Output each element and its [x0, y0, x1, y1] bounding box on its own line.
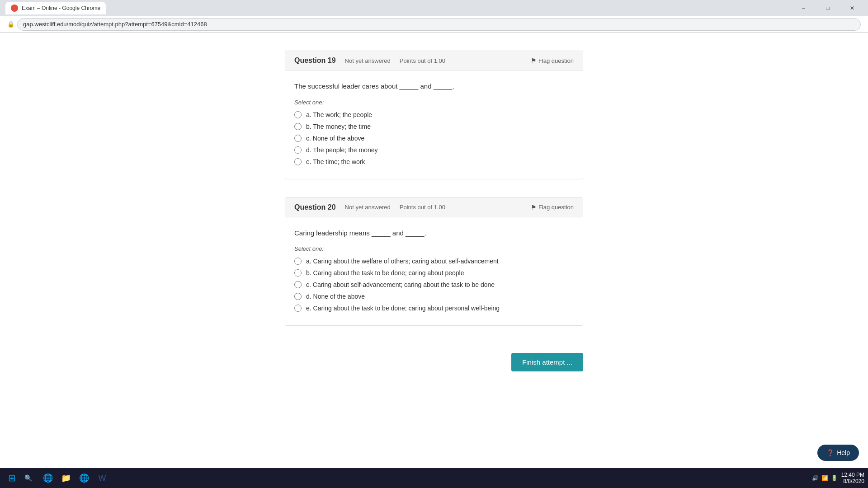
bottom-bar: Finish attempt ...	[285, 344, 583, 389]
taskbar-apps: 🌐 📁 🌐 W	[40, 470, 110, 486]
question-20-label-c[interactable]: c. Caring about self-advancement; caring…	[306, 281, 495, 288]
search-icon: 🔍	[24, 474, 32, 482]
question-19-block: Question 19 Not yet answered Points out …	[285, 51, 583, 179]
question-19-label-b[interactable]: b. The money; the time	[306, 123, 371, 130]
start-button[interactable]: ⊞	[4, 470, 20, 486]
question-20-radio-d[interactable]	[294, 293, 302, 300]
question-20-flag[interactable]: ⚑ Flag question	[531, 204, 574, 211]
help-button[interactable]: ❓ Help	[817, 445, 859, 461]
battery-icon: 🔋	[831, 475, 838, 481]
windows-icon: ⊞	[8, 473, 16, 483]
quiz-container: Question 19 Not yet answered Points out …	[276, 33, 592, 426]
taskbar-right: 🔊 📶 🔋 12:40 PM 8/8/2020	[812, 472, 864, 484]
help-circle-icon: ❓	[826, 449, 834, 456]
question-19-option-c: c. None of the above	[294, 135, 574, 142]
question-19-label-c[interactable]: c. None of the above	[306, 135, 364, 142]
chrome-window: Exam – Online - Google Chrome − □ ✕ 🔒 Qu…	[0, 0, 868, 488]
maximize-button[interactable]: □	[817, 2, 838, 14]
taskbar-ie-app[interactable]: 🌐	[40, 470, 56, 486]
flag-icon-19: ⚑	[531, 57, 537, 64]
taskbar-word-app[interactable]: W	[94, 470, 110, 486]
question-20-points: Points out of 1.00	[400, 204, 445, 211]
window-controls: − □ ✕	[793, 2, 863, 14]
question-19-label-e[interactable]: e. The time; the work	[306, 158, 365, 165]
question-19-status: Not yet answered	[345, 57, 391, 64]
question-20-label-b[interactable]: b. Caring about the task to be done; car…	[306, 269, 464, 277]
address-bar: 🔒	[0, 16, 868, 33]
close-button[interactable]: ✕	[842, 2, 863, 14]
flag-icon-20: ⚑	[531, 204, 537, 211]
question-19-option-b: b. The money; the time	[294, 123, 574, 130]
question-19-number: Question 19	[294, 56, 336, 65]
question-20-body: Caring leadership means _____ and _____.…	[285, 217, 583, 326]
wifi-icon: 📶	[821, 475, 828, 481]
question-20-radio-e[interactable]	[294, 305, 302, 312]
question-19-option-a: a. The work; the people	[294, 111, 574, 118]
question-20-label-e[interactable]: e. Caring about the task to be done; car…	[306, 305, 500, 312]
question-19-radio-a[interactable]	[294, 111, 302, 118]
question-20-status: Not yet answered	[345, 204, 391, 211]
taskbar-explorer-app[interactable]: 📁	[58, 470, 74, 486]
question-20-radio-b[interactable]	[294, 269, 302, 277]
taskbar-date-display: 8/8/2020	[841, 478, 864, 484]
flag-label-19: Flag question	[538, 57, 574, 64]
question-19-label-a[interactable]: a. The work; the people	[306, 111, 372, 118]
lock-icon: 🔒	[7, 21, 14, 28]
tab-favicon	[11, 5, 18, 12]
taskbar-search-button[interactable]: 🔍	[20, 470, 36, 486]
question-19-flag[interactable]: ⚑ Flag question	[531, 57, 574, 64]
question-20-option-a: a. Caring about the welfare of others; c…	[294, 258, 574, 265]
question-20-header: Question 20 Not yet answered Points out …	[285, 198, 583, 217]
question-19-radio-e[interactable]	[294, 158, 302, 165]
taskbar-clock: 12:40 PM 8/8/2020	[841, 472, 864, 484]
question-20-text: Caring leadership means _____ and _____.	[294, 228, 574, 239]
question-19-label-d[interactable]: d. The people; the money	[306, 146, 378, 154]
question-19-points: Points out of 1.00	[400, 57, 445, 64]
help-label: Help	[837, 449, 850, 456]
question-19-body: The successful leader cares about _____ …	[285, 70, 583, 179]
taskbar-time-display: 12:40 PM	[841, 472, 864, 478]
question-20-block: Question 20 Not yet answered Points out …	[285, 197, 583, 326]
minimize-button[interactable]: −	[793, 2, 814, 14]
question-20-number: Question 20	[294, 203, 336, 211]
question-19-option-d: d. The people; the money	[294, 146, 574, 154]
question-19-radio-d[interactable]	[294, 146, 302, 154]
question-19-radio-c[interactable]	[294, 135, 302, 142]
page-content: Question 19 Not yet answered Points out …	[0, 33, 868, 468]
tab-title: Exam – Online - Google Chrome	[22, 5, 100, 11]
question-20-label-d[interactable]: d. None of the above	[306, 293, 365, 300]
taskbar: ⊞ 🔍 🌐 📁 🌐 W 🔊 📶 🔋 12:40 PM 8/8/2020	[0, 468, 868, 488]
speaker-icon: 🔊	[812, 475, 819, 481]
taskbar-system-icons: 🔊 📶 🔋	[812, 475, 838, 481]
question-20-radio-c[interactable]	[294, 281, 302, 288]
question-20-select-label: Select one:	[294, 245, 574, 252]
question-20-label-a[interactable]: a. Caring about the welfare of others; c…	[306, 258, 499, 265]
taskbar-edge-app[interactable]: 🌐	[76, 470, 92, 486]
question-19-header: Question 19 Not yet answered Points out …	[285, 51, 583, 70]
question-19-radio-b[interactable]	[294, 123, 302, 130]
question-19-text: The successful leader cares about _____ …	[294, 81, 574, 92]
question-20-option-d: d. None of the above	[294, 293, 574, 300]
question-20-option-c: c. Caring about self-advancement; caring…	[294, 281, 574, 288]
question-20-radio-a[interactable]	[294, 258, 302, 265]
question-19-select-label: Select one:	[294, 99, 574, 106]
finish-attempt-button[interactable]: Finish attempt ...	[511, 353, 583, 371]
flag-label-20: Flag question	[538, 204, 574, 211]
chrome-tab[interactable]: Exam – Online - Google Chrome	[5, 2, 106, 14]
question-20-option-b: b. Caring about the task to be done; car…	[294, 269, 574, 277]
url-input[interactable]	[17, 18, 861, 31]
chrome-titlebar: Exam – Online - Google Chrome − □ ✕	[0, 0, 868, 16]
question-19-option-e: e. The time; the work	[294, 158, 574, 165]
question-20-option-e: e. Caring about the task to be done; car…	[294, 305, 574, 312]
